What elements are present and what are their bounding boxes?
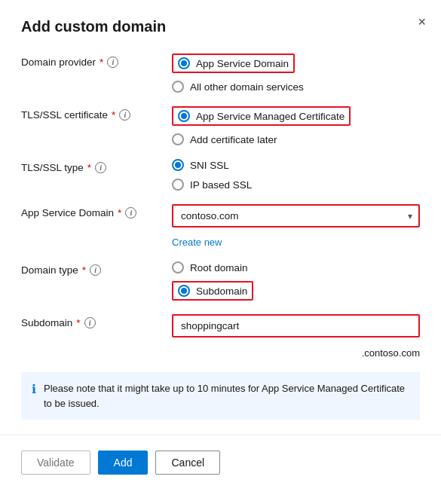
tls-type-option-sni[interactable]: SNI SSL bbox=[172, 159, 420, 171]
subdomain-label: Subdomain bbox=[196, 286, 247, 297]
required-marker: * bbox=[87, 162, 91, 173]
tls-certificate-radio-managed[interactable] bbox=[178, 110, 190, 122]
sni-ssl-label: SNI SSL bbox=[190, 160, 229, 171]
create-new-link[interactable]: Create new bbox=[172, 237, 420, 248]
app-service-domain-select-container: contoso.com ▾ bbox=[172, 204, 420, 228]
tls-type-radio-sni[interactable] bbox=[172, 159, 184, 171]
subdomain-highlighted: Subdomain bbox=[172, 281, 253, 301]
app-service-domain-controls: contoso.com ▾ Create new bbox=[172, 204, 420, 248]
required-marker: * bbox=[112, 109, 115, 121]
domain-provider-controls: App Service Domain All other domain serv… bbox=[172, 53, 420, 93]
required-marker: * bbox=[76, 317, 80, 328]
required-marker: * bbox=[118, 207, 121, 218]
tls-type-info-icon[interactable]: i bbox=[95, 162, 106, 173]
tls-certificate-label: TLS/SSL certificate * i bbox=[21, 106, 172, 121]
app-service-domain-info-icon[interactable]: i bbox=[125, 207, 136, 218]
app-service-domain-label: App Service Domain bbox=[196, 58, 289, 69]
other-domain-label: All other domain services bbox=[190, 81, 304, 93]
domain-suffix: .contoso.com bbox=[172, 347, 420, 359]
tls-certificate-row: TLS/SSL certificate * i App Service Mana… bbox=[21, 106, 420, 145]
footer-buttons: Validate Add Cancel bbox=[21, 451, 420, 475]
tls-type-option-ip[interactable]: IP based SSL bbox=[172, 179, 420, 191]
tls-type-row: TLS/SSL type * i SNI SSL IP based SSL bbox=[21, 159, 420, 191]
domain-provider-radio-app-service[interactable] bbox=[178, 57, 190, 69]
info-banner-text: Please note that it might take up to 10 … bbox=[44, 381, 409, 411]
domain-provider-option-other[interactable]: All other domain services bbox=[172, 81, 420, 93]
info-circle-icon: ℹ bbox=[32, 382, 36, 396]
tls-type-label: TLS/SSL type * i bbox=[21, 159, 172, 173]
dialog-title: Add custom domain bbox=[21, 18, 420, 35]
close-button[interactable]: × bbox=[418, 15, 426, 29]
domain-type-radio-subdomain[interactable] bbox=[178, 285, 190, 297]
domain-type-controls: Root domain Subdomain bbox=[172, 261, 420, 301]
required-marker: * bbox=[82, 264, 86, 276]
managed-cert-label: App Service Managed Certificate bbox=[196, 111, 345, 122]
tls-certificate-option-later[interactable]: Add certificate later bbox=[172, 133, 420, 145]
tls-certificate-controls: App Service Managed Certificate Add cert… bbox=[172, 106, 420, 145]
tls-certificate-radio-later[interactable] bbox=[172, 133, 184, 145]
subdomain-controls: .contoso.com bbox=[172, 314, 420, 359]
app-service-domain-select[interactable]: contoso.com bbox=[173, 206, 418, 226]
subdomain-label: Subdomain * i bbox=[21, 314, 172, 328]
app-service-domain-label: App Service Domain * i bbox=[21, 204, 172, 218]
validate-button[interactable]: Validate bbox=[21, 451, 90, 475]
add-button[interactable]: Add bbox=[98, 451, 149, 475]
info-banner: ℹ Please note that it might take up to 1… bbox=[21, 372, 420, 420]
required-marker: * bbox=[100, 57, 103, 68]
subdomain-info-icon[interactable]: i bbox=[84, 317, 96, 328]
domain-type-info-icon[interactable]: i bbox=[90, 264, 101, 276]
domain-provider-label: Domain provider * i bbox=[21, 53, 172, 68]
subdomain-row: Subdomain * i .contoso.com bbox=[21, 314, 420, 359]
app-service-domain-highlighted: App Service Domain bbox=[172, 53, 295, 73]
tls-certificate-info-icon[interactable]: i bbox=[119, 109, 130, 121]
cancel-button[interactable]: Cancel bbox=[155, 451, 220, 475]
domain-type-row: Domain type * i Root domain Subdomain bbox=[21, 261, 420, 301]
domain-provider-info-icon[interactable]: i bbox=[107, 57, 118, 68]
add-custom-domain-dialog: Add custom domain × Domain provider * i … bbox=[0, 0, 441, 504]
add-later-label: Add certificate later bbox=[190, 134, 277, 145]
domain-provider-radio-other[interactable] bbox=[172, 81, 184, 93]
domain-type-label: Domain type * i bbox=[21, 261, 172, 276]
tls-type-radio-ip[interactable] bbox=[172, 179, 184, 191]
subdomain-input[interactable] bbox=[173, 316, 418, 336]
domain-type-option-root[interactable]: Root domain bbox=[172, 261, 420, 273]
domain-type-option-subdomain[interactable]: Subdomain bbox=[172, 281, 420, 301]
domain-type-radio-root[interactable] bbox=[172, 261, 184, 273]
managed-cert-highlighted: App Service Managed Certificate bbox=[172, 106, 351, 126]
domain-provider-row: Domain provider * i App Service Domain A… bbox=[21, 53, 420, 93]
domain-provider-option-app-service[interactable]: App Service Domain bbox=[172, 53, 420, 73]
tls-type-controls: SNI SSL IP based SSL bbox=[172, 159, 420, 191]
ip-ssl-label: IP based SSL bbox=[190, 179, 252, 191]
subdomain-input-container bbox=[172, 314, 420, 338]
root-domain-label: Root domain bbox=[190, 262, 248, 273]
footer-divider bbox=[0, 435, 441, 435]
app-service-domain-row: App Service Domain * i contoso.com ▾ Cre… bbox=[21, 204, 420, 248]
tls-certificate-option-managed[interactable]: App Service Managed Certificate bbox=[172, 106, 420, 126]
